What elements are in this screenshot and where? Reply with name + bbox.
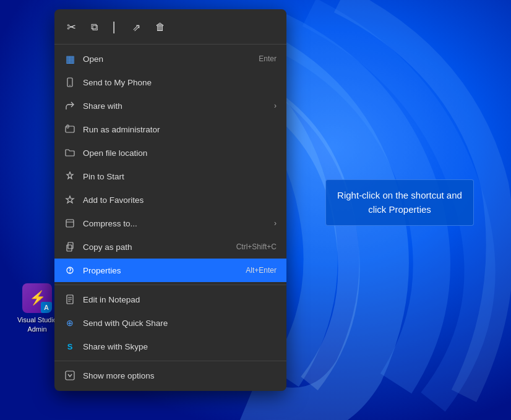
star-icon — [64, 194, 75, 205]
svg-rect-8 — [67, 245, 72, 251]
menu-item-share-skype-label: Share with Skype — [83, 342, 277, 351]
more-options-icon — [64, 370, 75, 381]
menu-item-send-to-phone-label: Send to My Phone — [83, 78, 277, 87]
menu-separator-2 — [54, 361, 286, 361]
properties-icon — [64, 265, 75, 276]
svg-rect-5 — [66, 220, 74, 227]
svg-rect-15 — [66, 371, 74, 380]
menu-item-add-to-favorites[interactable]: Add to Favorites — [54, 188, 286, 212]
quick-share-icon: ⊕ — [64, 317, 75, 328]
compress-icon — [64, 218, 75, 229]
menu-item-copy-as-path[interactable]: Copy as path Ctrl+Shift+C — [54, 235, 286, 259]
menu-item-share-with[interactable]: Share with › — [54, 94, 286, 118]
svg-point-10 — [69, 272, 71, 273]
menu-item-edit-notepad-label: Edit in Notepad — [83, 295, 277, 304]
copy-icon[interactable]: ⧉ — [88, 19, 100, 35]
tooltip-text: Right-click on the shortcut and click Pr… — [337, 190, 462, 215]
menu-item-compress-to-label: Compress to... — [83, 219, 267, 228]
tooltip-box: Right-click on the shortcut and click Pr… — [325, 179, 474, 226]
menu-item-copy-as-path-shortcut: Ctrl+Shift+C — [236, 242, 277, 251]
menu-item-send-to-phone[interactable]: Send to My Phone — [54, 71, 286, 94]
share-toolbar-icon[interactable]: ⇗ — [130, 19, 143, 36]
run-as-admin-icon — [64, 124, 75, 135]
pin-icon — [64, 171, 75, 182]
share-with-arrow: › — [274, 101, 277, 110]
menu-item-share-with-label: Share with — [83, 101, 267, 111]
open-icon: ▦ — [64, 53, 75, 64]
svg-point-2 — [69, 85, 71, 86]
copy-path-icon — [64, 241, 75, 252]
menu-item-copy-as-path-label: Copy as path — [83, 242, 229, 252]
vs-icon: ⚡ A — [22, 283, 52, 313]
menu-item-share-skype[interactable]: S Share with Skype — [54, 335, 286, 358]
skype-icon: S — [64, 341, 75, 352]
menu-item-quick-share-label: Send with Quick Share — [83, 319, 277, 328]
phone-icon — [64, 77, 75, 88]
menu-item-pin-to-start[interactable]: Pin to Start — [54, 165, 286, 188]
share-with-icon — [64, 100, 75, 111]
menu-item-run-as-admin[interactable]: Run as administrator — [54, 118, 286, 141]
svg-rect-7 — [68, 242, 73, 249]
context-menu: ✂ ⧉ ⎢ ⇗ 🗑 ▦ Open Enter Send to My Phone … — [54, 9, 286, 391]
vs-icon-text: ⚡ — [29, 290, 46, 306]
menu-item-open-shortcut: Enter — [259, 54, 277, 63]
menu-item-show-more-options[interactable]: Show more options — [54, 364, 286, 387]
folder-icon — [64, 147, 75, 158]
notepad-icon — [64, 294, 75, 305]
menu-item-open-label: Open — [83, 54, 251, 64]
menu-item-properties[interactable]: Properties Alt+Enter — [54, 259, 286, 282]
delete-icon[interactable]: 🗑 — [153, 19, 168, 35]
cut-icon[interactable]: ✂ — [64, 18, 79, 36]
menu-item-quick-share[interactable]: ⊕ Send with Quick Share — [54, 311, 286, 335]
menu-item-open-file-location-label: Open file location — [83, 148, 277, 158]
compress-arrow: › — [274, 219, 277, 228]
menu-item-add-to-favorites-label: Add to Favorites — [83, 195, 277, 205]
menu-item-open-file-location[interactable]: Open file location — [54, 141, 286, 165]
menu-toolbar: ✂ ⧉ ⎢ ⇗ 🗑 — [54, 13, 286, 45]
menu-item-pin-to-start-label: Pin to Start — [83, 172, 277, 181]
menu-item-properties-label: Properties — [83, 266, 238, 275]
menu-item-edit-notepad[interactable]: Edit in Notepad — [54, 288, 286, 311]
menu-item-properties-shortcut: Alt+Enter — [246, 266, 277, 275]
menu-item-open[interactable]: ▦ Open Enter — [54, 47, 286, 71]
menu-item-run-as-admin-label: Run as administrator — [83, 125, 277, 134]
rename-icon[interactable]: ⎢ — [110, 19, 120, 36]
menu-item-compress-to[interactable]: Compress to... › — [54, 212, 286, 235]
menu-item-show-more-options-label: Show more options — [83, 371, 277, 380]
menu-separator-1 — [54, 285, 286, 285]
